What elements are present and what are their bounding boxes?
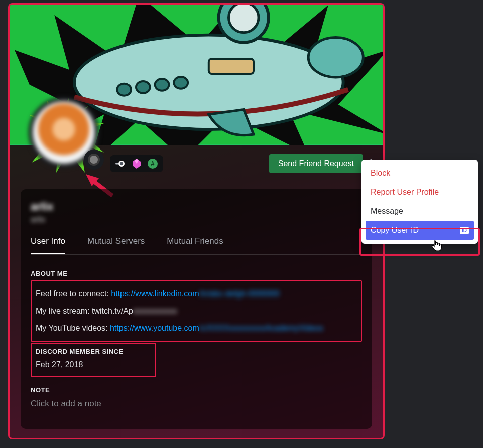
ctx-copy-user-id-label: Copy User ID	[371, 226, 419, 235]
boost-badge-icon	[131, 158, 142, 169]
member-since-title: DISCORD MEMBER SINCE	[36, 348, 151, 355]
about-me-section: Feel free to connect: https://www.linked…	[31, 280, 362, 342]
about-link-linkedin[interactable]: https://www.linkedin.com/in/abc-defgh-00…	[111, 289, 279, 298]
tab-user-info[interactable]: User Info	[31, 236, 65, 254]
svg-point-5	[136, 81, 150, 93]
originally-known-as-badge-icon: #	[147, 158, 158, 169]
svg-text:#: #	[151, 160, 155, 167]
ctx-report-user-profile[interactable]: Report User Profile	[366, 183, 474, 202]
svg-point-7	[174, 77, 188, 89]
avatar-container	[29, 97, 104, 173]
about-line-youtube: My YouTube videos: https://www.youtube.c…	[36, 324, 357, 333]
profile-header-row: # Send Friend Request	[110, 150, 372, 177]
svg-point-3	[308, 38, 363, 77]
about-line-twitch: My live stream: twitch.tv/Apxxxxxxxxxxx	[36, 307, 357, 316]
note-input[interactable]: Click to add a note	[31, 399, 362, 409]
svg-rect-15	[115, 163, 118, 165]
profile-tabs: User Info Mutual Servers Mutual Friends	[31, 236, 362, 255]
member-since-section: DISCORD MEMBER SINCE Feb 27, 2018	[31, 343, 156, 377]
send-friend-request-button[interactable]: Send Friend Request	[269, 154, 363, 173]
about-line-linkedin: Feel free to connect: https://www.linked…	[36, 289, 357, 298]
ctx-block[interactable]: Block	[366, 164, 474, 183]
about-me-title: ABOUT ME	[31, 270, 362, 277]
member-since-date: Feb 27, 2018	[36, 360, 151, 369]
status-indicator	[84, 150, 104, 170]
about-link-youtube[interactable]: https://www.youtube.com/c/XXXXxxxxxxxxxA…	[110, 324, 323, 332]
tab-mutual-servers[interactable]: Mutual Servers	[87, 236, 145, 254]
svg-rect-8	[209, 59, 254, 74]
context-menu: Block Report User Profile Message Copy U…	[361, 160, 478, 244]
svg-point-4	[117, 84, 131, 96]
nitro-badge-icon	[115, 158, 126, 169]
profile-card: # Send Friend Request arlix arlix User I…	[8, 3, 385, 439]
tab-mutual-friends[interactable]: Mutual Friends	[167, 236, 223, 254]
display-name: arlix	[31, 200, 362, 213]
profile-badges: #	[110, 155, 163, 172]
svg-marker-12	[86, 174, 99, 186]
svg-point-10	[228, 5, 259, 33]
ctx-copy-user-id[interactable]: Copy User ID ID	[366, 221, 474, 240]
id-badge-icon: ID	[460, 227, 469, 234]
svg-point-6	[155, 79, 169, 91]
svg-point-14	[120, 162, 123, 165]
username: arlix	[31, 215, 362, 224]
ctx-message[interactable]: Message	[366, 202, 474, 221]
note-title: NOTE	[31, 386, 362, 394]
profile-body: arlix arlix User Info Mutual Servers Mut…	[21, 189, 372, 429]
